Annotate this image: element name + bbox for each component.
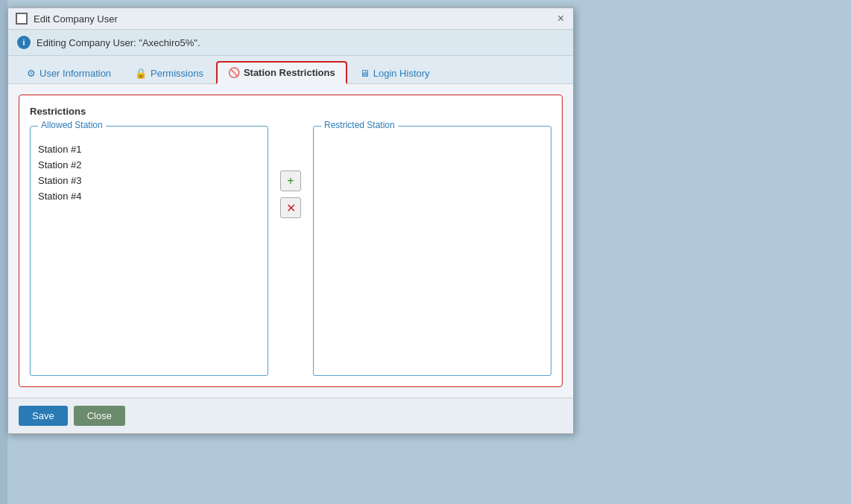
restricted-station-legend: Restricted Station xyxy=(321,120,398,130)
dialog-titlebar: Edit Company User × xyxy=(8,8,573,30)
allowed-station-list: Station #1 Station #2 Station #3 Station… xyxy=(31,137,268,375)
allowed-station-panel: Allowed Station Station #1 Station #2 St… xyxy=(30,126,268,376)
tab-permissions[interactable]: 🔒 Permissions xyxy=(124,61,215,84)
list-item[interactable]: Station #4 xyxy=(37,188,262,204)
tab-station-restrictions[interactable]: 🚫 Station Restrictions xyxy=(216,61,347,84)
no-icon: 🚫 xyxy=(228,67,240,78)
list-item[interactable]: Station #3 xyxy=(37,173,262,188)
tab-user-information-label: User Information xyxy=(39,68,111,79)
remove-from-restricted-button[interactable]: ✕ xyxy=(280,197,301,218)
transfer-buttons: + ✕ xyxy=(276,126,306,218)
info-message: Editing Company User: "Axechiro5%". xyxy=(37,37,200,48)
lock-icon: 🔒 xyxy=(135,68,147,79)
tab-station-restrictions-label: Station Restrictions xyxy=(244,67,335,78)
restricted-station-panel: Restricted Station xyxy=(313,126,551,376)
tab-login-history-label: Login History xyxy=(373,68,430,79)
info-bar: i Editing Company User: "Axechiro5%". xyxy=(8,30,573,56)
list-item[interactable]: Station #1 xyxy=(37,141,262,157)
info-icon: i xyxy=(17,36,31,49)
allowed-station-legend: Allowed Station xyxy=(38,120,106,130)
restrictions-box: Restrictions Allowed Station Station #1 … xyxy=(19,95,563,387)
save-button[interactable]: Save xyxy=(19,406,68,426)
list-item[interactable]: Station #2 xyxy=(37,157,262,173)
gear-icon: ⚙ xyxy=(27,68,36,79)
tab-bar: ⚙ User Information 🔒 Permissions 🚫 Stati… xyxy=(8,56,573,84)
restrictions-legend: Restrictions xyxy=(30,106,551,117)
bg-strip xyxy=(0,0,7,504)
edit-company-user-dialog: Edit Company User × i Editing Company Us… xyxy=(7,7,574,434)
close-button[interactable]: Close xyxy=(74,406,125,426)
restricted-station-list xyxy=(314,137,551,375)
tab-permissions-label: Permissions xyxy=(151,68,203,79)
monitor-icon: 🖥 xyxy=(360,68,370,79)
tab-login-history[interactable]: 🖥 Login History xyxy=(349,61,441,84)
tab-user-information[interactable]: ⚙ User Information xyxy=(16,61,122,84)
dialog-body: Restrictions Allowed Station Station #1 … xyxy=(8,84,573,398)
dialog-title: Edit Company User xyxy=(34,13,118,25)
plus-icon: + xyxy=(287,174,294,188)
window-icon xyxy=(16,13,28,25)
title-left: Edit Company User xyxy=(16,13,118,25)
stations-row: Allowed Station Station #1 Station #2 St… xyxy=(30,126,551,376)
dialog-footer: Save Close xyxy=(8,398,573,433)
x-icon: ✕ xyxy=(286,201,296,215)
add-to-restricted-button[interactable]: + xyxy=(280,170,301,191)
dialog-close-button[interactable]: × xyxy=(556,13,566,25)
